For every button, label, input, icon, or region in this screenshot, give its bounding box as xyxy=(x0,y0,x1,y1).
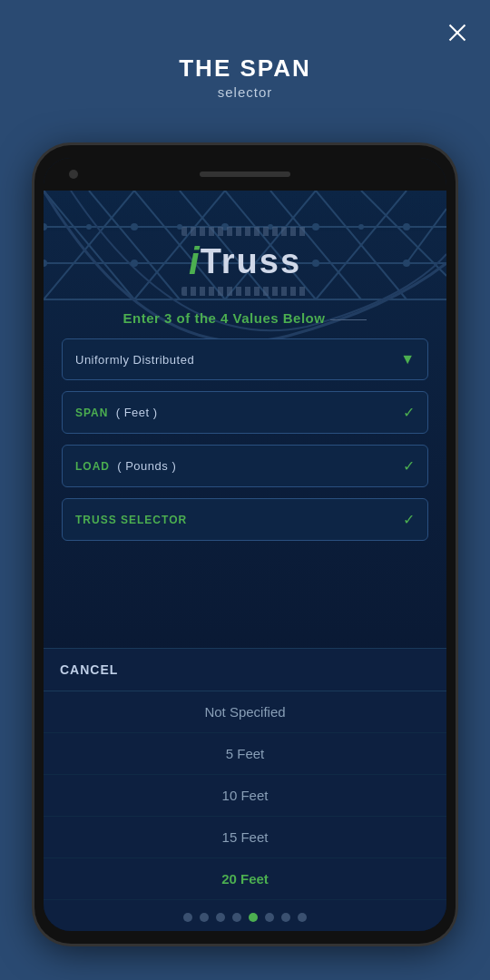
span-arrow-icon: ✓ xyxy=(403,404,415,421)
dot[interactable] xyxy=(232,913,241,922)
cancel-row[interactable]: CANCEL xyxy=(44,649,446,691)
dot[interactable] xyxy=(265,913,274,922)
form-section: Enter 3 of the 4 Values Below Uniformly … xyxy=(44,296,446,541)
form-instruction: Enter 3 of the 4 Values Below xyxy=(62,310,428,326)
load-type-dropdown[interactable]: Uniformly Distributed ▼ xyxy=(62,338,428,380)
logo-decoration-bottom xyxy=(181,287,309,296)
span-dropdown[interactable]: SPAN ( Feet ) ✓ xyxy=(62,391,428,434)
truss-selector-dropdown[interactable]: TRUSS SELECTOR ✓ xyxy=(62,498,428,541)
picker-panel: CANCEL Not Specified5 Feet10 Feet15 Feet… xyxy=(44,648,446,931)
page-subtitle: selector xyxy=(0,84,490,100)
truss-label: TRUSS SELECTOR xyxy=(75,513,187,526)
dot[interactable] xyxy=(281,913,290,922)
page-title: THE SPAN xyxy=(0,54,490,83)
dot[interactable] xyxy=(200,913,209,922)
speaker-bar xyxy=(200,172,290,177)
picker-item[interactable]: 5 Feet xyxy=(44,733,446,775)
load-type-arrow-icon: ▼ xyxy=(400,351,415,368)
picker-item[interactable]: 15 Feet xyxy=(44,817,446,858)
picker-item[interactable]: 20 Feet xyxy=(44,858,446,900)
logo-decoration-top xyxy=(181,227,309,236)
span-label: SPAN ( Feet ) xyxy=(75,406,158,419)
close-button[interactable] xyxy=(441,16,474,49)
phone-frame: i Truss Enter 3 of the 4 Values Below Un… xyxy=(34,145,456,944)
camera-dot xyxy=(69,170,78,179)
pagination-dots xyxy=(44,900,446,931)
logo: i Truss xyxy=(189,240,301,283)
load-dropdown[interactable]: LOAD ( Pounds ) ✓ xyxy=(62,445,428,487)
dot[interactable] xyxy=(216,913,225,922)
picker-item[interactable]: Not Specified xyxy=(44,691,446,733)
dot[interactable] xyxy=(298,913,307,922)
logo-truss: Truss xyxy=(201,242,301,281)
logo-i: i xyxy=(189,240,201,283)
load-type-value: Uniformly Distributed xyxy=(75,353,194,367)
screen-content: i Truss Enter 3 of the 4 Values Below Un… xyxy=(44,191,446,931)
picker-item[interactable]: 10 Feet xyxy=(44,775,446,817)
truss-arrow-icon: ✓ xyxy=(403,511,415,528)
load-arrow-icon: ✓ xyxy=(403,457,415,475)
phone-top-bar xyxy=(44,158,446,191)
cancel-button[interactable]: CANCEL xyxy=(60,662,118,677)
dot[interactable] xyxy=(183,913,192,922)
logo-area: i Truss xyxy=(44,191,446,296)
picker-list: Not Specified5 Feet10 Feet15 Feet20 Feet xyxy=(44,691,446,900)
phone-screen: i Truss Enter 3 of the 4 Values Below Un… xyxy=(44,158,446,931)
load-label: LOAD ( Pounds ) xyxy=(75,459,176,473)
active-dot[interactable] xyxy=(249,913,258,922)
header: THE SPAN selector xyxy=(0,0,490,118)
